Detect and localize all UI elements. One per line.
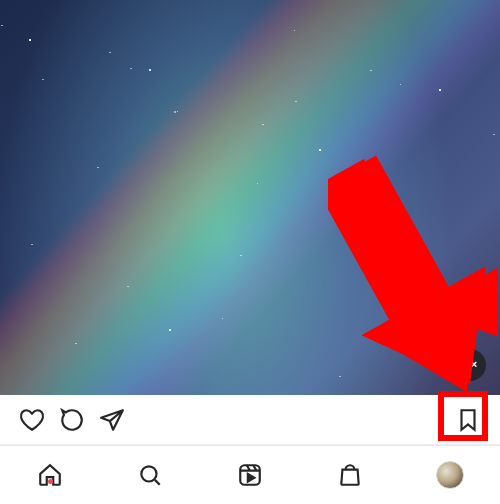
bookmark-icon xyxy=(455,407,481,433)
media-decoration xyxy=(0,0,425,345)
paper-plane-icon xyxy=(99,407,125,433)
comment-button[interactable] xyxy=(52,400,92,440)
search-icon xyxy=(137,462,163,488)
save-button[interactable] xyxy=(448,400,488,440)
tab-profile[interactable] xyxy=(400,461,500,489)
notification-dot xyxy=(48,479,53,484)
post-media[interactable] xyxy=(0,0,500,395)
mute-toggle-button[interactable] xyxy=(454,349,486,381)
reels-icon xyxy=(237,462,263,488)
tab-reels[interactable] xyxy=(200,462,300,488)
tab-home[interactable] xyxy=(0,462,100,488)
post-action-row xyxy=(0,395,500,445)
bottom-tab-bar xyxy=(0,445,500,503)
like-button[interactable] xyxy=(12,400,52,440)
avatar xyxy=(436,461,464,489)
tab-search[interactable] xyxy=(100,462,200,488)
share-button[interactable] xyxy=(92,400,132,440)
heart-icon xyxy=(19,407,45,433)
volume-muted-icon xyxy=(462,357,478,373)
svg-point-2 xyxy=(141,466,156,481)
home-icon xyxy=(37,462,63,488)
shopping-bag-icon xyxy=(337,462,363,488)
tab-shop[interactable] xyxy=(300,462,400,488)
speech-bubble-icon xyxy=(59,407,85,433)
